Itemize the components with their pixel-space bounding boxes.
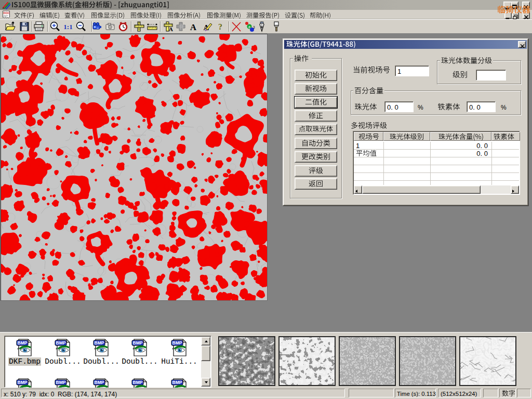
svg-text:A: A	[169, 26, 173, 32]
svg-text:A: A	[190, 22, 197, 32]
svg-text:DOC: DOC	[4, 11, 10, 15]
svg-text:1:1: 1:1	[63, 23, 72, 31]
svg-text:BMP: BMP	[56, 340, 66, 345]
svg-text:BMP: BMP	[95, 340, 104, 345]
svg-text:a: a	[248, 25, 250, 29]
svg-text:BMP: BMP	[133, 340, 143, 345]
svg-text:BMP: BMP	[18, 340, 28, 345]
svg-text:3: 3	[253, 25, 255, 29]
svg-text:BMP: BMP	[172, 340, 182, 345]
svg-text:?: ?	[218, 22, 222, 31]
